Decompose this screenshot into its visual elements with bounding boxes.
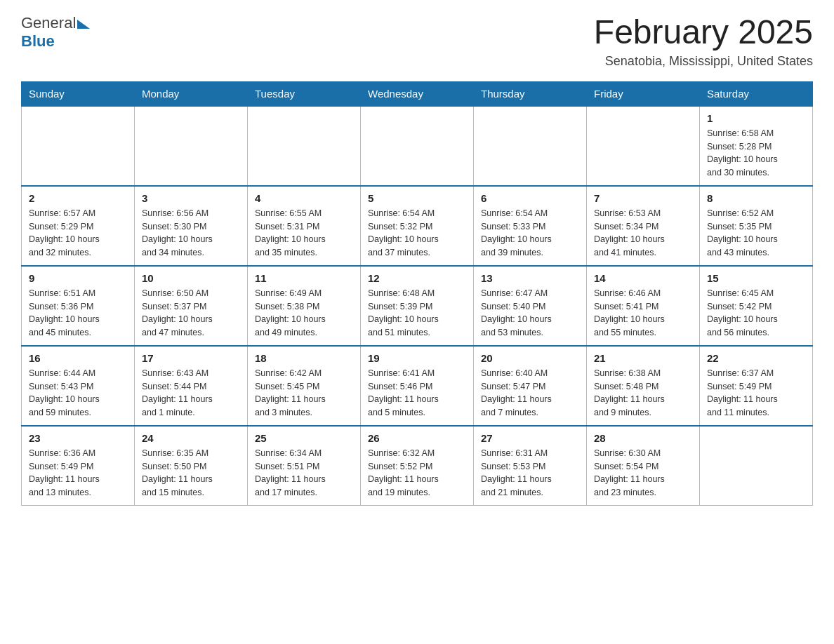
table-row: 9Sunrise: 6:51 AM Sunset: 5:36 PM Daylig… [22, 266, 135, 346]
col-saturday: Saturday [700, 81, 813, 106]
day-number: 21 [594, 352, 692, 364]
logo: General Blue [21, 14, 90, 51]
table-row: 12Sunrise: 6:48 AM Sunset: 5:39 PM Dayli… [361, 266, 474, 346]
table-row: 6Sunrise: 6:54 AM Sunset: 5:33 PM Daylig… [474, 186, 587, 266]
calendar-week-row: 1Sunrise: 6:58 AM Sunset: 5:28 PM Daylig… [22, 106, 813, 186]
day-info: Sunrise: 6:47 AM Sunset: 5:40 PM Dayligh… [481, 287, 579, 340]
day-info: Sunrise: 6:42 AM Sunset: 5:45 PM Dayligh… [255, 367, 353, 420]
day-info: Sunrise: 6:31 AM Sunset: 5:53 PM Dayligh… [481, 447, 579, 499]
table-row: 27Sunrise: 6:31 AM Sunset: 5:53 PM Dayli… [474, 426, 587, 506]
calendar-week-row: 2Sunrise: 6:57 AM Sunset: 5:29 PM Daylig… [22, 186, 813, 266]
day-number: 10 [142, 272, 240, 284]
table-row: 26Sunrise: 6:32 AM Sunset: 5:52 PM Dayli… [361, 426, 474, 506]
day-number: 3 [142, 192, 240, 204]
day-number: 6 [481, 192, 579, 204]
day-number: 26 [368, 432, 466, 444]
calendar-table: Sunday Monday Tuesday Wednesday Thursday… [21, 81, 813, 506]
table-row: 10Sunrise: 6:50 AM Sunset: 5:37 PM Dayli… [135, 266, 248, 346]
day-info: Sunrise: 6:48 AM Sunset: 5:39 PM Dayligh… [368, 287, 466, 340]
day-info: Sunrise: 6:56 AM Sunset: 5:30 PM Dayligh… [142, 207, 240, 260]
day-number: 18 [255, 352, 353, 364]
table-row: 8Sunrise: 6:52 AM Sunset: 5:35 PM Daylig… [700, 186, 813, 266]
table-row: 18Sunrise: 6:42 AM Sunset: 5:45 PM Dayli… [248, 346, 361, 426]
day-number: 20 [481, 352, 579, 364]
calendar-week-row: 16Sunrise: 6:44 AM Sunset: 5:43 PM Dayli… [22, 346, 813, 426]
page-header: General Blue February 2025 Senatobia, Mi… [21, 14, 813, 69]
table-row: 23Sunrise: 6:36 AM Sunset: 5:49 PM Dayli… [22, 426, 135, 506]
day-info: Sunrise: 6:49 AM Sunset: 5:38 PM Dayligh… [255, 287, 353, 340]
table-row [22, 106, 135, 186]
day-number: 1 [707, 112, 805, 124]
table-row [474, 106, 587, 186]
day-number: 23 [29, 432, 127, 444]
day-number: 19 [368, 352, 466, 364]
day-info: Sunrise: 6:35 AM Sunset: 5:50 PM Dayligh… [142, 447, 240, 499]
day-info: Sunrise: 6:45 AM Sunset: 5:42 PM Dayligh… [707, 287, 805, 340]
day-number: 15 [707, 272, 805, 284]
day-info: Sunrise: 6:54 AM Sunset: 5:33 PM Dayligh… [481, 207, 579, 260]
day-info: Sunrise: 6:40 AM Sunset: 5:47 PM Dayligh… [481, 367, 579, 420]
day-info: Sunrise: 6:36 AM Sunset: 5:49 PM Dayligh… [29, 447, 127, 499]
col-friday: Friday [587, 81, 700, 106]
table-row: 16Sunrise: 6:44 AM Sunset: 5:43 PM Dayli… [22, 346, 135, 426]
day-info: Sunrise: 6:50 AM Sunset: 5:37 PM Dayligh… [142, 287, 240, 340]
table-row: 21Sunrise: 6:38 AM Sunset: 5:48 PM Dayli… [587, 346, 700, 426]
col-sunday: Sunday [22, 81, 135, 106]
table-row [361, 106, 474, 186]
day-number: 2 [29, 192, 127, 204]
table-row [248, 106, 361, 186]
col-thursday: Thursday [474, 81, 587, 106]
table-row: 14Sunrise: 6:46 AM Sunset: 5:41 PM Dayli… [587, 266, 700, 346]
col-wednesday: Wednesday [361, 81, 474, 106]
day-number: 24 [142, 432, 240, 444]
table-row: 28Sunrise: 6:30 AM Sunset: 5:54 PM Dayli… [587, 426, 700, 506]
day-info: Sunrise: 6:30 AM Sunset: 5:54 PM Dayligh… [594, 447, 692, 499]
calendar-week-row: 9Sunrise: 6:51 AM Sunset: 5:36 PM Daylig… [22, 266, 813, 346]
day-number: 28 [594, 432, 692, 444]
location-text: Senatobia, Mississippi, United States [594, 54, 813, 69]
month-title: February 2025 [594, 14, 813, 51]
table-row: 17Sunrise: 6:43 AM Sunset: 5:44 PM Dayli… [135, 346, 248, 426]
day-number: 14 [594, 272, 692, 284]
day-number: 22 [707, 352, 805, 364]
day-info: Sunrise: 6:57 AM Sunset: 5:29 PM Dayligh… [29, 207, 127, 260]
calendar-week-row: 23Sunrise: 6:36 AM Sunset: 5:49 PM Dayli… [22, 426, 813, 506]
col-tuesday: Tuesday [248, 81, 361, 106]
day-info: Sunrise: 6:46 AM Sunset: 5:41 PM Dayligh… [594, 287, 692, 340]
day-info: Sunrise: 6:32 AM Sunset: 5:52 PM Dayligh… [368, 447, 466, 499]
logo-general-text: General [21, 14, 76, 32]
day-info: Sunrise: 6:34 AM Sunset: 5:51 PM Dayligh… [255, 447, 353, 499]
title-block: February 2025 Senatobia, Mississippi, Un… [594, 14, 813, 69]
day-info: Sunrise: 6:54 AM Sunset: 5:32 PM Dayligh… [368, 207, 466, 260]
col-monday: Monday [135, 81, 248, 106]
day-number: 13 [481, 272, 579, 284]
logo-blue-text: Blue [21, 32, 55, 51]
day-number: 8 [707, 192, 805, 204]
day-number: 7 [594, 192, 692, 204]
day-info: Sunrise: 6:52 AM Sunset: 5:35 PM Dayligh… [707, 207, 805, 260]
table-row: 20Sunrise: 6:40 AM Sunset: 5:47 PM Dayli… [474, 346, 587, 426]
table-row: 3Sunrise: 6:56 AM Sunset: 5:30 PM Daylig… [135, 186, 248, 266]
day-info: Sunrise: 6:53 AM Sunset: 5:34 PM Dayligh… [594, 207, 692, 260]
day-number: 16 [29, 352, 127, 364]
day-info: Sunrise: 6:38 AM Sunset: 5:48 PM Dayligh… [594, 367, 692, 420]
table-row: 4Sunrise: 6:55 AM Sunset: 5:31 PM Daylig… [248, 186, 361, 266]
table-row: 24Sunrise: 6:35 AM Sunset: 5:50 PM Dayli… [135, 426, 248, 506]
day-number: 25 [255, 432, 353, 444]
table-row: 2Sunrise: 6:57 AM Sunset: 5:29 PM Daylig… [22, 186, 135, 266]
table-row: 25Sunrise: 6:34 AM Sunset: 5:51 PM Dayli… [248, 426, 361, 506]
day-info: Sunrise: 6:37 AM Sunset: 5:49 PM Dayligh… [707, 367, 805, 420]
day-number: 12 [368, 272, 466, 284]
table-row: 22Sunrise: 6:37 AM Sunset: 5:49 PM Dayli… [700, 346, 813, 426]
day-info: Sunrise: 6:58 AM Sunset: 5:28 PM Dayligh… [707, 127, 805, 180]
logo-triangle-icon [77, 20, 90, 29]
day-number: 27 [481, 432, 579, 444]
table-row: 13Sunrise: 6:47 AM Sunset: 5:40 PM Dayli… [474, 266, 587, 346]
calendar-header-row: Sunday Monday Tuesday Wednesday Thursday… [22, 81, 813, 106]
day-info: Sunrise: 6:41 AM Sunset: 5:46 PM Dayligh… [368, 367, 466, 420]
day-number: 11 [255, 272, 353, 284]
table-row [135, 106, 248, 186]
day-number: 9 [29, 272, 127, 284]
day-number: 5 [368, 192, 466, 204]
day-number: 17 [142, 352, 240, 364]
